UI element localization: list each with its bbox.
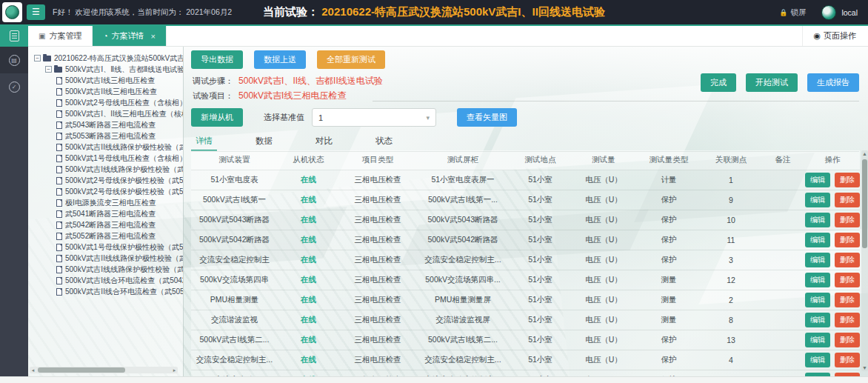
file-icon: [56, 222, 62, 229]
edit-button[interactable]: 编辑: [805, 233, 830, 247]
type-cell: 三相电压检查: [339, 270, 416, 290]
sidebar-home-button[interactable]: [0, 24, 28, 47]
edit-button[interactable]: 编辑: [805, 333, 830, 347]
tree-item[interactable]: 500kV武2号母线电压检查（含核相）: [31, 97, 183, 108]
add-slave-button[interactable]: 新增从机: [191, 108, 243, 127]
lock-screen-button[interactable]: 🔒 锁屏: [779, 7, 806, 18]
file-icon: [56, 166, 62, 173]
delete-button[interactable]: 删除: [835, 233, 860, 247]
edit-button[interactable]: 编辑: [805, 273, 830, 287]
scroll-down-icon[interactable]: ▼: [861, 365, 868, 370]
quantity-cell: 电压（U）: [571, 290, 636, 310]
subtab-compare[interactable]: 对比: [311, 134, 337, 151]
collapse-icon[interactable]: −: [34, 55, 41, 61]
file-icon: [56, 244, 62, 251]
location-cell: 51小室: [510, 350, 571, 370]
tree-item[interactable]: 武5053断路器三相电流检查: [31, 130, 183, 141]
current-test-value: 20210622-特高压武汉换流站500kV武吉I、II回线送电试验: [321, 5, 605, 18]
generate-report-button[interactable]: 生成报告: [807, 73, 859, 92]
subtab-status[interactable]: 状态: [371, 134, 397, 151]
file-icon: [56, 266, 62, 273]
tree-item[interactable]: 500kV武吉II线线路保护极性校验（武505: [31, 141, 183, 153]
delete-button[interactable]: 删除: [835, 273, 860, 287]
tree-item[interactable]: 500kV武吉I、II线三相电压检查（核相）: [31, 108, 183, 119]
collapse-icon[interactable]: −: [45, 66, 52, 73]
table-row: 500kV武5043断路器在线三相电压检查500kV武5043断路器51小室电压…: [191, 210, 860, 230]
tree-item[interactable]: 武5043断路器三相电流检查: [31, 119, 183, 130]
location-cell: 51小室: [510, 210, 571, 230]
plan-doc-icon: ▣: [39, 32, 45, 40]
sidebar-item-security[interactable]: ✓: [0, 73, 28, 100]
edit-button[interactable]: 编辑: [805, 253, 830, 267]
close-tab-icon[interactable]: ×: [151, 32, 156, 41]
point-cell: 9: [701, 190, 761, 210]
tree-item[interactable]: 武5052断路器三相电流检查: [31, 230, 183, 242]
delete-button[interactable]: 删除: [835, 353, 860, 367]
delete-button[interactable]: 删除: [835, 173, 860, 187]
delete-button[interactable]: 删除: [835, 313, 860, 327]
tree-item[interactable]: 500kV武吉I线合环电流检查（武5042、武5: [31, 275, 183, 286]
base-value-select[interactable]: 1 ▾: [312, 108, 436, 127]
tree-item[interactable]: 500kV武吉II线合环电流检查（武5052、武: [31, 286, 183, 297]
tab-plan-manage[interactable]: ▣ 方案管理: [28, 26, 93, 46]
tree-item[interactable]: 500kV武吉II线三相电压检查: [31, 86, 183, 97]
horizontal-scrollbar-thumb[interactable]: [38, 367, 125, 373]
tree-item[interactable]: 500kV武吉I线三相电压检查: [31, 75, 183, 86]
quantity-cell: 电压（U）: [571, 210, 636, 230]
edit-button[interactable]: 编辑: [805, 173, 830, 187]
scroll-up-icon[interactable]: ▲: [861, 151, 868, 156]
hamburger-menu-button[interactable]: ☰: [27, 4, 45, 20]
tree-item[interactable]: 500kV武吉II线线路保护极性校验（武505: [31, 253, 183, 264]
tree-item[interactable]: 500kV武2号母线保护极性校验（武5043、: [31, 175, 183, 186]
finish-button[interactable]: 完成: [701, 73, 736, 92]
delete-button[interactable]: 删除: [835, 333, 860, 347]
vertical-scrollbar-thumb[interactable]: [862, 159, 867, 248]
tree-item[interactable]: 500kV武1号母线电压检查（含核相）: [31, 153, 183, 164]
tree-item[interactable]: 500kV武1号母线保护极性校验（武5041、: [31, 242, 183, 253]
device-cell: 51小室电度表: [191, 170, 278, 190]
subtab-detail[interactable]: 详情: [191, 134, 217, 151]
scroll-right-icon[interactable]: ▸: [171, 367, 178, 373]
edit-button[interactable]: 编辑: [805, 353, 830, 367]
edit-button[interactable]: 编辑: [805, 293, 830, 307]
tree-item[interactable]: 极I电源换流变三相电压检查: [31, 197, 183, 208]
tree-item[interactable]: −20210622-特高压武汉换流站500kV武吉I、II回: [31, 53, 183, 64]
lock-label: 锁屏: [790, 7, 806, 18]
delete-button[interactable]: 删除: [835, 213, 860, 227]
page-action-menu[interactable]: ◉ 页面操作: [802, 26, 868, 46]
horizontal-scrollbar[interactable]: ◂ ▸: [30, 367, 178, 373]
tree-item[interactable]: −500kV武吉Ⅰ、Ⅱ线、吉都Ⅱ线送电试验: [31, 64, 183, 75]
column-header: 测试屏柜: [416, 150, 510, 170]
tree-item[interactable]: 500kV武吉I线线路保护极性校验（武504: [31, 264, 183, 275]
tree-item[interactable]: 武5041断路器三相电流检查: [31, 208, 183, 219]
sidebar-item-monitor[interactable]: ▤: [0, 47, 28, 73]
tab-plan-detail[interactable]: ◔ 方案详情 ×: [93, 26, 166, 46]
edit-button[interactable]: 编辑: [805, 193, 830, 207]
subtab-data[interactable]: 数据: [251, 134, 277, 151]
point-cell: 2: [701, 290, 761, 310]
delete-button[interactable]: 删除: [835, 193, 860, 207]
upload-data-button[interactable]: 数据上送: [254, 50, 306, 69]
export-data-button[interactable]: 导出数据: [191, 50, 243, 69]
tree-item[interactable]: 500kV武吉I线线路保护极性校验（武504: [31, 164, 183, 175]
view-vector-diagram-button[interactable]: 查看矢量图: [457, 108, 517, 127]
vertical-scrollbar[interactable]: ▲ ▼: [861, 150, 868, 371]
tree-item[interactable]: 500kV武2号母线保护极性校验（武5043、: [31, 186, 183, 197]
delete-button[interactable]: 删除: [835, 253, 860, 267]
start-test-button[interactable]: 开始测试: [746, 73, 798, 92]
panel-cell: 交流安全稳定控制主...: [416, 370, 510, 376]
edit-button[interactable]: 编辑: [805, 313, 830, 327]
device-cell: 交流安全稳定控制主: [191, 250, 278, 270]
tree-item[interactable]: 武5042断路器三相电流检查: [31, 219, 183, 230]
status-cell: 在线: [278, 190, 339, 210]
edit-button[interactable]: 编辑: [805, 213, 830, 227]
top-right-cluster: 🔒 锁屏 local: [779, 5, 868, 20]
user-avatar[interactable]: [821, 5, 836, 20]
location-cell: 51小室: [510, 250, 571, 270]
retest-all-button[interactable]: 全部重新测试: [317, 50, 385, 69]
scroll-left-icon[interactable]: ◂: [30, 367, 36, 373]
plan-tree-panel: −20210622-特高压武汉换流站500kV武吉I、II回−500kV武吉Ⅰ、…: [28, 47, 184, 376]
tree-item-label: 武5043断路器三相电流检查: [65, 120, 156, 130]
delete-button[interactable]: 删除: [835, 293, 860, 307]
quantity-cell: 电压（U）: [571, 370, 636, 376]
